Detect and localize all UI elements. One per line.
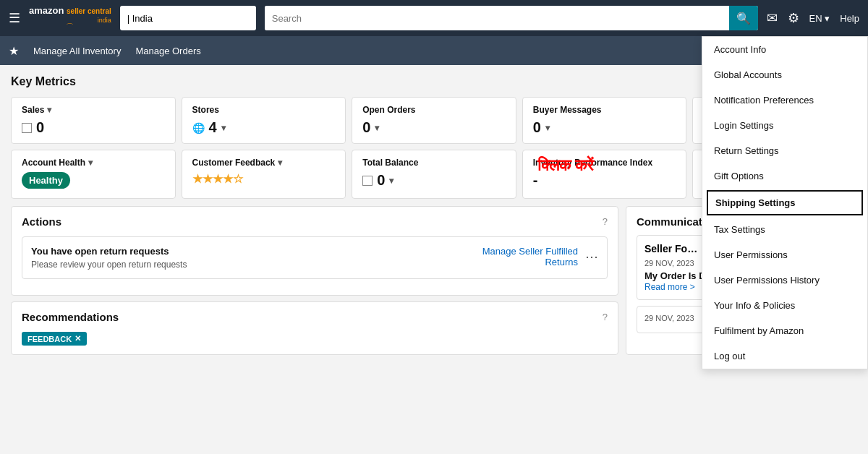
manage-returns-link[interactable]: Manage Seller FulfilledReturns xyxy=(482,246,578,267)
dots-menu[interactable]: ⋯ xyxy=(585,249,598,265)
metric-sales-label: Sales ▾ xyxy=(22,105,165,115)
account-health-chevron[interactable]: ▾ xyxy=(88,158,93,168)
dropdown-login-settings[interactable]: Login Settings xyxy=(702,113,867,138)
recommendations-panel: Recommendations ? FEEDBACK ✕ xyxy=(11,301,618,355)
favorites-icon[interactable]: ★ xyxy=(9,44,19,58)
metric-sales: Sales ▾ 0 xyxy=(11,97,176,144)
globe-icon: 🌐 xyxy=(192,122,205,134)
metric-open-orders-label: Open Orders xyxy=(362,105,506,115)
hindi-overlay-text: क्लिक करें xyxy=(537,156,594,175)
return-notice-subtitle: Please review your open return requests xyxy=(31,260,187,270)
dropdown-tax-settings[interactable]: Tax Settings xyxy=(702,217,867,242)
metric-customer-feedback-label: Customer Feedback ▾ xyxy=(192,158,336,168)
language-selector[interactable]: EN ▾ xyxy=(809,13,830,24)
dropdown-global-accounts[interactable]: Global Accounts xyxy=(702,62,867,87)
feedback-close-icon[interactable]: ✕ xyxy=(75,334,81,343)
metric-stores: Stores 🌐 4 ▾ xyxy=(182,97,346,144)
dropdown-shipping-settings[interactable]: Shipping Settings xyxy=(707,190,863,215)
feedback-tag: FEEDBACK ✕ xyxy=(22,332,87,346)
metric-customer-feedback: Customer Feedback ▾ ★★★★☆ xyxy=(182,150,346,199)
sales-checkbox[interactable] xyxy=(22,123,32,133)
metric-total-balance-label: Total Balance xyxy=(362,158,506,168)
search-bar: 🔍 xyxy=(265,6,758,30)
total-balance-chevron[interactable]: ▾ xyxy=(389,176,393,186)
recommendations-help-icon[interactable]: ? xyxy=(603,312,608,322)
help-link[interactable]: Help xyxy=(840,13,859,24)
dropdown-account-info[interactable]: Account Info xyxy=(702,37,867,62)
metric-account-health-value: Healthy xyxy=(22,172,165,189)
actions-title: Actions xyxy=(22,215,61,228)
metric-sales-value: 0 xyxy=(22,119,165,136)
key-metrics-title: Key Metrics xyxy=(11,75,76,88)
metric-stores-label: Stores xyxy=(192,105,336,115)
settings-dropdown: Account Info Global Accounts Notificatio… xyxy=(702,36,868,369)
metric-buyer-messages-label: Buyer Messages xyxy=(533,105,676,115)
logo[interactable]: amazon seller central india ⌒ xyxy=(29,6,111,30)
customer-feedback-chevron[interactable]: ▾ xyxy=(278,158,282,168)
buyer-messages-chevron[interactable]: ▾ xyxy=(545,123,550,133)
metric-open-orders-value: 0 ▾ xyxy=(362,119,506,136)
search-button[interactable]: 🔍 xyxy=(729,6,758,30)
dropdown-your-info-policies[interactable]: Your Info & Policies xyxy=(702,293,867,318)
balance-checkbox[interactable] xyxy=(362,176,373,186)
metric-stores-value: 🌐 4 ▾ xyxy=(192,119,336,136)
return-notice-title: You have open return requests xyxy=(31,246,187,257)
dropdown-notification-preferences[interactable]: Notification Preferences xyxy=(702,87,867,113)
manage-orders-link[interactable]: Manage Orders xyxy=(135,46,200,56)
metric-buyer-messages-value: 0 ▾ xyxy=(533,119,676,136)
manage-inventory-link[interactable]: Manage All Inventory xyxy=(33,46,121,56)
metric-account-health: Account Health ▾ Healthy xyxy=(11,150,176,199)
stores-chevron[interactable]: ▾ xyxy=(221,123,226,133)
feedback-label: FEEDBACK xyxy=(27,335,72,343)
dropdown-gift-options[interactable]: Gift Options xyxy=(702,163,867,189)
dropdown-user-permissions-history[interactable]: User Permissions History xyxy=(702,267,867,293)
dropdown-user-permissions[interactable]: User Permissions xyxy=(702,242,867,267)
return-actions: Manage Seller FulfilledReturns ⋯ xyxy=(482,246,598,267)
search-input[interactable] xyxy=(265,6,729,30)
recommendations-title: Recommendations xyxy=(22,311,119,323)
dropdown-return-settings[interactable]: Return Settings xyxy=(702,138,867,163)
dropdown-logout[interactable]: Log out xyxy=(702,343,867,369)
hamburger-icon[interactable]: ☰ xyxy=(9,10,20,26)
recommendations-panel-header: Recommendations ? xyxy=(22,311,608,323)
search-icon: 🔍 xyxy=(736,12,751,25)
actions-help-icon[interactable]: ? xyxy=(603,216,608,227)
metric-customer-feedback-stars: ★★★★☆ xyxy=(192,172,336,186)
metric-account-health-label: Account Health ▾ xyxy=(22,158,165,168)
metric-buyer-messages: Buyer Messages 0 ▾ xyxy=(522,97,687,144)
read-more-link-1[interactable]: Read more > xyxy=(644,282,695,292)
metric-inventory-performance: Inventory Performance Index - क्लिक करें xyxy=(522,150,687,199)
dropdown-fulfilment-amazon[interactable]: Fulfilment by Amazon xyxy=(702,318,867,343)
metric-total-balance-value: 0 ▾ xyxy=(362,172,506,189)
logo-text: amazon seller central xyxy=(29,6,111,16)
open-orders-chevron[interactable]: ▾ xyxy=(375,123,379,133)
mail-icon[interactable]: ✉ xyxy=(767,10,778,26)
actions-panel: Actions ? You have open return requests … xyxy=(11,206,618,296)
gear-icon[interactable]: ⚙ xyxy=(788,10,799,26)
account-health-badge: Healthy xyxy=(22,172,70,189)
metric-open-orders: Open Orders 0 ▾ xyxy=(352,97,516,144)
metric-total-balance: Total Balance 0 ▾ xyxy=(352,150,516,199)
store-select[interactable] xyxy=(120,6,256,30)
top-navigation: ☰ amazon seller central india ⌒ 🔍 ✉ ⚙ EN… xyxy=(0,0,868,36)
nav-icons: ✉ ⚙ EN ▾ Help xyxy=(767,10,859,26)
actions-panel-header: Actions ? xyxy=(22,215,608,228)
logo-arrow: ⌒ xyxy=(29,24,111,30)
return-notice: You have open return requests Please rev… xyxy=(22,236,608,279)
sales-chevron[interactable]: ▾ xyxy=(47,105,51,115)
